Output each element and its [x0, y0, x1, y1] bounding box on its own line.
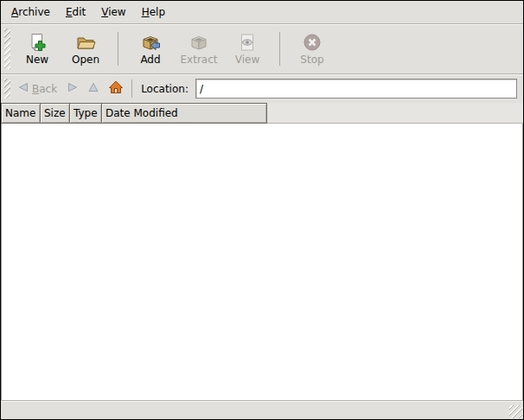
- location-label: Location:: [141, 83, 189, 95]
- toolbar-grip[interactable]: [4, 29, 10, 69]
- add-button[interactable]: Add: [126, 26, 175, 72]
- menu-item-archive[interactable]: Archive: [3, 2, 58, 22]
- back-button[interactable]: Back: [13, 80, 62, 98]
- new-button[interactable]: New: [13, 26, 61, 72]
- home-icon: [109, 80, 123, 97]
- toolbar-label-add: Add: [140, 54, 160, 66]
- status-bar: [1, 400, 523, 419]
- menu-item-edit[interactable]: Edit: [58, 2, 93, 22]
- resize-grip-icon[interactable]: [509, 405, 522, 418]
- column-header-size[interactable]: Size: [40, 103, 70, 124]
- up-button[interactable]: [83, 80, 104, 98]
- forward-arrow-icon: [67, 82, 78, 95]
- menu-item-help[interactable]: Help: [134, 2, 173, 22]
- toolbar-label-new: New: [26, 54, 48, 66]
- toolbar-separator: [118, 32, 118, 66]
- location-separator: [131, 80, 132, 98]
- location-toolbar-grip[interactable]: [4, 79, 10, 99]
- location-input[interactable]: [195, 79, 517, 99]
- toolbar-label-open: Open: [72, 54, 99, 66]
- back-arrow-icon: [18, 82, 29, 95]
- new-archive-icon: [27, 32, 48, 53]
- open-archive-icon: [75, 32, 96, 53]
- extract-button[interactable]: Extract: [175, 26, 223, 72]
- column-header-name[interactable]: Name: [1, 103, 41, 124]
- add-files-icon: [140, 32, 161, 53]
- column-header-date-modified[interactable]: Date Modified: [101, 103, 267, 124]
- forward-button[interactable]: [62, 80, 83, 98]
- up-arrow-icon: [88, 82, 99, 95]
- toolbar-label-view: View: [235, 54, 259, 66]
- file-list-header: Name Size Type Date Modified: [1, 103, 523, 124]
- view-button[interactable]: View: [223, 26, 272, 72]
- toolbar-label-extract: Extract: [181, 54, 218, 66]
- view-file-icon: [237, 32, 258, 53]
- column-header-type[interactable]: Type: [69, 103, 102, 124]
- main-toolbar: New Open Add: [1, 24, 523, 74]
- open-button[interactable]: Open: [61, 26, 110, 72]
- toolbar-separator: [279, 32, 280, 66]
- column-header-filler: [267, 103, 523, 124]
- home-button[interactable]: [104, 78, 128, 99]
- menu-item-view[interactable]: View: [93, 2, 133, 22]
- extract-icon: [189, 32, 209, 53]
- file-list[interactable]: [1, 124, 523, 400]
- back-button-label: Back: [32, 83, 57, 95]
- menu-bar: Archive Edit View Help: [1, 1, 523, 24]
- archive-manager-window: Archive Edit View Help New: [0, 0, 524, 420]
- toolbar-label-stop: Stop: [300, 54, 323, 66]
- location-toolbar: Back Location:: [1, 74, 523, 103]
- stop-icon: [302, 32, 323, 53]
- stop-button[interactable]: Stop: [288, 26, 336, 72]
